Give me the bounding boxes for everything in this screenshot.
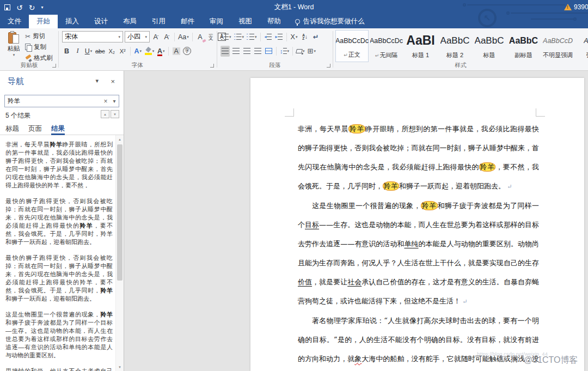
clipboard-dialog-launcher[interactable] — [52, 64, 56, 68]
copy-button[interactable]: 复制 — [25, 42, 46, 52]
multilevel-list-button[interactable]: ▾ — [246, 32, 258, 42]
tell-me-box[interactable]: 告诉我你想要做什么 — [289, 15, 371, 28]
bullets-button[interactable]: ▾ — [220, 32, 232, 42]
document-paragraph[interactable]: 这是生物圈里一个很普遍的现象，羚羊和狮子疲于奔波都是为了同样一个目标——生存。这… — [298, 196, 539, 311]
nav-tab-pages[interactable]: 页面 — [28, 123, 42, 135]
style-normal[interactable]: AaBbCcDc ↵正文 — [335, 30, 369, 62]
scroll-down-icon[interactable]: ▼ — [116, 363, 124, 371]
nav-tab-headings[interactable]: 标题 — [5, 123, 19, 135]
tab-layout[interactable]: 布局 — [115, 15, 144, 28]
borders-button[interactable]: ⊞▾ — [307, 46, 316, 57]
distribute-button[interactable] — [264, 46, 273, 57]
tab-design[interactable]: 设计 — [87, 15, 115, 28]
chevron-down-icon: ▾ — [13, 53, 15, 57]
align-left-button[interactable] — [220, 46, 230, 57]
align-right-button[interactable] — [242, 46, 252, 57]
search-result-item[interactable]: 非洲，每天早晨羚羊睁开眼睛，所想到的第一件事就是，我必须比跑得最快的狮子跑得更快… — [5, 141, 113, 190]
nav-scrollbar[interactable]: ▲ ▼ — [115, 135, 124, 371]
show-marks-button[interactable]: ↵ — [311, 32, 321, 42]
nav-tab-results[interactable]: 结果 — [51, 123, 65, 135]
scrollbar-thumb[interactable] — [117, 144, 122, 281]
style-preview: AaBbC — [440, 30, 470, 51]
tab-references[interactable]: 引用 — [144, 15, 173, 28]
chevron-down-icon: ▾ — [229, 35, 231, 39]
phonetic-guide-button[interactable]: win 文 — [206, 32, 216, 42]
tab-view[interactable]: 视图 — [231, 15, 260, 28]
document-paragraph[interactable]: 著名物理学家库珀说：“人生就像打高尔夫球时击出去的球，要有一个明确的目标。”是的… — [298, 311, 539, 371]
tab-file[interactable]: 文件 — [0, 15, 29, 28]
tab-insert[interactable]: 插入 — [58, 15, 87, 28]
previous-result-button[interactable]: ▲ — [101, 110, 109, 118]
nav-pane-close-icon[interactable]: × — [111, 77, 115, 86]
style-heading1[interactable]: AaBI 标题 1 — [404, 30, 437, 62]
save-icon[interactable] — [4, 4, 10, 11]
text-run: 非洲，每天早晨 — [298, 125, 348, 133]
increase-indent-button[interactable]: ▸ — [274, 32, 284, 42]
style-title[interactable]: AaBbC 标题 — [473, 30, 506, 62]
search-result-item[interactable]: 这是生物圈里一个很普遍的现象，羚羊和狮子疲于奔波都是为了同样一个目标—生存。这也… — [5, 311, 113, 360]
text-run: ↵ — [461, 298, 468, 305]
character-shading-button[interactable]: A — [171, 46, 181, 57]
bold-button[interactable]: B — [62, 46, 71, 57]
align-center-button[interactable] — [231, 46, 241, 57]
style-name: ↵无间隔 — [375, 51, 398, 59]
clear-formatting-button[interactable]: A — [195, 32, 205, 42]
font-dialog-launcher[interactable] — [210, 64, 214, 68]
style-preview: AaBbC — [475, 30, 504, 51]
change-case-button[interactable]: Aa▾ — [177, 32, 189, 42]
strikethrough-button[interactable]: abc — [95, 46, 106, 57]
underline-button[interactable]: U▾ — [84, 46, 93, 57]
subscript-button[interactable]: X₂ — [107, 46, 117, 57]
search-options-icon[interactable]: ▾ — [110, 98, 119, 104]
search-input[interactable] — [5, 98, 101, 105]
font-name-value: 宋体 — [65, 32, 78, 41]
search-result-item[interactable]: 最快的狮子跑得更快，否则我会被吃掉；而就在同一时刻，狮子从睡梦中醒来，首先闪现在… — [5, 254, 113, 303]
italic-button[interactable]: I — [73, 46, 82, 57]
multilevel-list-icon — [247, 34, 254, 40]
font-group-label: 字体 — [59, 62, 216, 69]
decrease-indent-button[interactable]: ◂ — [264, 32, 273, 42]
style-subtle-emphasis[interactable]: AaBbCcD 不明显强调 — [541, 30, 574, 62]
font-name-combo[interactable]: 宋体 ▾ — [62, 31, 123, 42]
text-run: 象 — [354, 355, 362, 363]
text-run: 和狮子一跃而起，迎着朝阳跑去。 — [5, 295, 95, 302]
redo-icon[interactable]: ↻ — [29, 4, 35, 11]
grow-font-button[interactable]: Aˆ — [151, 32, 161, 42]
font-color-button[interactable]: A▾ — [156, 46, 166, 57]
document-paragraph[interactable]: 非洲，每天早晨羚羊睁开眼睛，所想到的第一件事就是，我必须比跑得最快的狮子跑得更快… — [298, 119, 539, 196]
undo-icon[interactable]: ↺ — [16, 4, 23, 11]
tab-home[interactable]: 开始 — [29, 15, 58, 28]
clear-search-icon[interactable]: × — [101, 98, 110, 105]
nav-pane-menu-icon[interactable]: ▾ — [95, 77, 99, 84]
justify-button[interactable] — [253, 46, 262, 57]
numbering-button[interactable]: ▾ — [234, 32, 245, 42]
text-effects-button[interactable]: A▾ — [133, 46, 143, 57]
text-run: 羚羊 — [100, 287, 113, 294]
cut-button[interactable]: ✂ 剪切 — [25, 31, 45, 41]
style-subtitle[interactable]: AaBbC 副标题 — [507, 30, 540, 62]
font-size-combo[interactable]: 小四 ▾ — [125, 31, 150, 42]
sort-button[interactable]: AZ ↓ — [301, 32, 310, 42]
shading-button[interactable]: ▾ — [296, 46, 305, 57]
tab-help[interactable]: 帮助 — [260, 15, 289, 28]
text-run: 羚羊 — [50, 141, 62, 148]
line-spacing-button[interactable]: ↕▾ — [279, 46, 290, 57]
paragraph-dialog-launcher[interactable] — [327, 64, 330, 68]
style-no-spacing[interactable]: AaBbCcDc ↵无间隔 — [370, 30, 403, 62]
search-result-item[interactable]: 里撞钟的和尚，他从来不会去考虑自己哪天会失业，或者哪天去跳槽，只是苦度年华，静待… — [5, 367, 113, 371]
style-emphasis[interactable]: AaBb 强调 — [575, 30, 588, 62]
tab-review[interactable]: 审阅 — [202, 15, 231, 28]
scroll-up-icon[interactable]: ▲ — [116, 135, 124, 143]
asian-layout-button[interactable]: X▾ — [290, 32, 299, 42]
chevron-down-icon: ▾ — [255, 35, 257, 39]
tab-mailings[interactable]: 邮件 — [173, 15, 202, 28]
next-result-button[interactable]: ▼ — [111, 110, 119, 118]
superscript-button[interactable]: X² — [118, 46, 127, 57]
shrink-font-button[interactable]: Aˇ — [162, 32, 171, 42]
style-heading2[interactable]: AaBbC 标题 2 — [438, 30, 471, 62]
highlight-button[interactable]: ▾ — [144, 46, 155, 57]
qat-customize-icon[interactable]: ▾ — [41, 5, 43, 10]
enclose-characters-button[interactable]: 字 — [182, 46, 192, 57]
clipboard-group: 粘贴 ▾ ✂ 剪切 复制 格式刷 剪贴板 — [0, 28, 58, 70]
search-result-item[interactable]: 最快的狮子跑得更快，否则我会被吃掉；而就在同一时刻，狮子从睡梦中醒来，首先闪现在… — [5, 197, 113, 246]
